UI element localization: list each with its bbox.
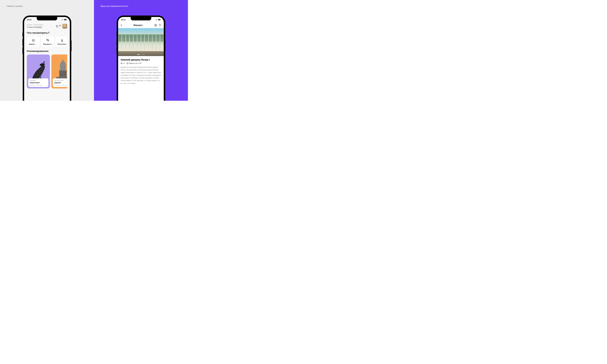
avatar[interactable] xyxy=(62,24,67,29)
places-icon xyxy=(30,84,31,86)
wifi-icon xyxy=(155,19,157,20)
clock-icon xyxy=(37,84,38,86)
hero-image[interactable] xyxy=(118,28,164,56)
cube-icon[interactable] xyxy=(154,24,157,26)
recommended-info: Маршрут Памятники 6 мест 1 час xyxy=(28,78,48,87)
carousel-dot[interactable] xyxy=(143,54,143,55)
recommended-row: Маршрут Памятники 6 мест 1 час xyxy=(27,54,67,89)
wifi-icon xyxy=(61,19,63,20)
status-time: 23:12 xyxy=(121,19,125,21)
category-card-monuments[interactable]: Памятники15 xyxy=(55,37,67,47)
recommended-card-title: Здания xyxy=(54,81,67,84)
battery-icon xyxy=(158,19,161,20)
svg-rect-21 xyxy=(64,71,64,77)
temperature-text: 21° xyxy=(59,25,61,26)
category-count: 24 xyxy=(35,43,36,45)
recommended-type: Автомаршрут xyxy=(54,80,67,81)
battery-icon xyxy=(64,19,67,20)
weather-icon xyxy=(56,25,59,27)
recommended-type: Маршрут xyxy=(30,80,47,81)
detail-meta: 4.7 Закрыто до 12:00 xyxy=(120,62,161,64)
detail-description: Фрагменты некоторых помещений Зимнего дв… xyxy=(120,66,161,85)
category-card-buildings[interactable]: Здания24 xyxy=(27,37,40,47)
carousel-dot[interactable] xyxy=(140,54,141,55)
recommended-places: 10 мест xyxy=(56,84,61,86)
home-header: Привет, Александра! Санкт-Петербург 21° xyxy=(27,24,67,29)
status-text: Закрыто до 12:00 xyxy=(129,62,142,64)
svg-rect-19 xyxy=(61,71,62,77)
carousel-dot[interactable] xyxy=(144,54,145,55)
status-time: 23:12 xyxy=(27,19,31,21)
recommended-duration: 1.5 ч xyxy=(64,84,67,86)
svg-rect-2 xyxy=(66,19,67,20)
svg-rect-20 xyxy=(63,71,63,77)
star-icon xyxy=(120,63,122,64)
status-icons xyxy=(155,19,161,20)
svg-rect-23 xyxy=(63,60,63,61)
svg-rect-18 xyxy=(60,71,61,77)
page-title: Что посмотреть? xyxy=(27,31,67,34)
status-icons xyxy=(61,19,67,20)
category-card-routes[interactable]: Маршруты10 xyxy=(41,37,54,47)
recommended-duration: 1 час xyxy=(38,84,42,86)
greeting-text: Привет, Александра! xyxy=(27,24,43,26)
places-icon xyxy=(54,84,56,86)
svg-rect-27 xyxy=(160,19,161,20)
category-count: 10 xyxy=(52,43,53,45)
rating-text: 4.7 xyxy=(123,62,125,64)
route-icon xyxy=(46,39,49,41)
home-icon xyxy=(32,39,35,41)
carousel-dot[interactable] xyxy=(137,54,139,55)
recommended-card-title: Памятники xyxy=(30,81,47,84)
phone-mockup-right: 23:12 Маршрут xyxy=(117,15,165,101)
panel-home: Главная страница 23:12 Привет, Александр… xyxy=(0,0,94,101)
svg-rect-22 xyxy=(65,71,66,77)
detail-nav-title: Маршрут xyxy=(133,24,143,26)
category-label: Памятники xyxy=(57,43,66,45)
heart-icon[interactable] xyxy=(159,24,161,26)
pin-icon xyxy=(27,26,28,28)
detail-title: Зимний дворец Петра I xyxy=(120,58,161,61)
category-row: Здания24 Маршруты10 Памятники15 xyxy=(27,37,67,47)
detail-nav: Маршрут xyxy=(118,22,164,28)
svg-rect-1 xyxy=(64,19,66,20)
location-row[interactable]: Санкт-Петербург xyxy=(27,26,43,28)
category-label: Маршруты xyxy=(43,43,52,45)
carousel-dot[interactable] xyxy=(141,54,142,55)
recommended-card-monuments[interactable]: Маршрут Памятники 6 мест 1 час xyxy=(27,54,50,89)
back-icon[interactable] xyxy=(120,24,122,26)
recommended-card-buildings[interactable]: Автомаршрут Здания 10 мест 1.5 ч xyxy=(51,54,67,89)
category-count: 15 xyxy=(66,43,67,45)
panel-label-right: Экран достопримечательности xyxy=(100,5,128,7)
location-text: Санкт-Петербург xyxy=(29,26,42,28)
recommended-info: Автомаршрут Здания 10 мест 1.5 ч xyxy=(53,78,67,87)
panel-label-left: Главная страница xyxy=(6,5,23,7)
panel-detail: Экран достопримечательности 23:12 Маршру… xyxy=(94,0,188,101)
weather-widget[interactable]: 21° xyxy=(56,25,61,27)
clock-icon xyxy=(127,63,128,64)
recommended-title: Рекомендованное xyxy=(27,50,67,52)
monument-icon xyxy=(61,39,64,41)
svg-rect-26 xyxy=(158,19,160,20)
clock-icon xyxy=(62,84,63,86)
carousel-dots[interactable] xyxy=(137,54,145,55)
recommended-places: 6 мест xyxy=(31,84,35,86)
category-label: Здания xyxy=(29,43,35,45)
phone-mockup-left: 23:12 Привет, Александра! Санкт-Петербур… xyxy=(23,15,71,101)
